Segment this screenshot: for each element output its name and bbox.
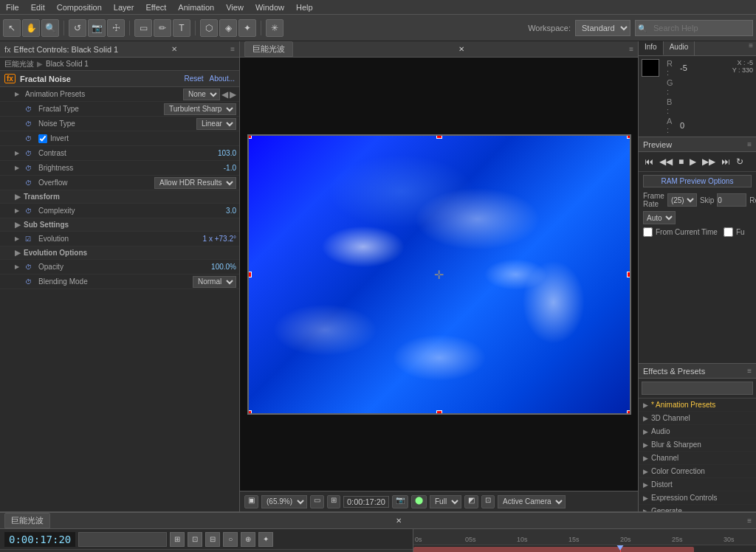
fractal-type-select[interactable]: Turbulent Sharp [164, 103, 236, 115]
menu-edit[interactable]: Edit [25, 1, 51, 13]
playhead[interactable] [620, 545, 621, 552]
handle-bottom-right[interactable] [627, 410, 631, 415]
effects-item-3[interactable]: ▶Blur & Sharpen [639, 438, 756, 452]
preset-prev-btn[interactable]: ◀ [221, 89, 228, 100]
comp-footer-camera[interactable]: 📷 [392, 495, 408, 508]
comp-tab[interactable]: 巨能光波 [244, 41, 293, 57]
btn-last-frame[interactable]: ⏭ [720, 155, 732, 168]
comp-timecode[interactable]: 0:00:17:20 [343, 496, 389, 508]
invert-checkbox[interactable] [38, 134, 47, 143]
tool-arrow[interactable]: ↖ [3, 19, 21, 37]
overflow-select[interactable]: Allow HDR Results [154, 177, 236, 189]
comp-footer-snapshot[interactable]: ▣ [244, 495, 258, 508]
tool-zoom[interactable]: 🔍 [41, 19, 59, 37]
comp-footer-wire[interactable]: ⊡ [481, 495, 495, 508]
handle-bottom-left[interactable] [247, 410, 252, 415]
menu-view[interactable]: View [220, 1, 250, 13]
handle-mid-left[interactable] [247, 272, 252, 277]
comp-footer-color[interactable]: ⬤ [411, 495, 427, 508]
handle-mid-right[interactable] [627, 272, 631, 277]
evolution-value[interactable]: 1 x +73.2° [203, 235, 236, 243]
animation-presets-select[interactable]: None [183, 89, 220, 100]
contrast-value[interactable]: 103.0 [218, 149, 236, 157]
effects-search-input[interactable] [642, 382, 753, 395]
composition-viewport[interactable]: ✛ [240, 58, 638, 491]
comp-footer-mask[interactable]: ◩ [464, 495, 478, 508]
comp-menu-btn[interactable]: ≡ [629, 45, 633, 53]
handle-top-left[interactable] [247, 134, 252, 139]
tool-clone[interactable]: ⬡ [200, 19, 218, 37]
btn-play[interactable]: ▶ [688, 155, 698, 168]
complexity-value[interactable]: 3.0 [226, 207, 236, 215]
frame-rate-select[interactable]: (25) [667, 193, 697, 207]
btn-stop[interactable]: ■ [677, 155, 685, 168]
tab-audio[interactable]: Audio [664, 41, 695, 55]
tab-info[interactable]: Info [639, 41, 664, 55]
effects-item-0[interactable]: ▶* Animation Presets [639, 399, 756, 412]
zoom-select[interactable]: (65.9%) [261, 495, 307, 508]
contrast-arrow[interactable]: ▶ [15, 150, 22, 156]
menu-animation[interactable]: Animation [172, 1, 220, 13]
effects-item-2[interactable]: ▶Audio [639, 425, 756, 438]
track-area[interactable] [413, 545, 756, 552]
menu-composition[interactable]: Composition [51, 1, 108, 13]
effects-item-4[interactable]: ▶Channel [639, 452, 756, 465]
ram-preview-btn[interactable]: RAM Preview Options [643, 175, 752, 187]
quality-select[interactable]: Full [430, 495, 461, 508]
comp-footer-transparency[interactable]: ⊞ [327, 495, 340, 508]
effects-item-7[interactable]: ▶Expression Controls [639, 491, 756, 505]
effects-item-1[interactable]: ▶3D Channel [639, 412, 756, 425]
track-bar-1[interactable] [413, 547, 694, 552]
menu-window[interactable]: Window [250, 1, 290, 13]
handle-top-mid[interactable] [436, 134, 442, 139]
skip-input[interactable] [717, 193, 746, 207]
evolution-options-section[interactable]: ▶ Evolution Options [0, 246, 239, 260]
panel-close-btn[interactable]: ✕ [171, 45, 177, 53]
resolution-select[interactable]: Auto [643, 211, 676, 224]
workspace-select[interactable]: Standard [575, 20, 630, 36]
preview-menu-btn[interactable]: ≡ [747, 140, 752, 148]
tool-extra[interactable]: ✳ [266, 19, 284, 37]
handle-bottom-mid[interactable] [436, 410, 442, 415]
btn-first-frame[interactable]: ⏮ [643, 155, 655, 168]
menu-effect[interactable]: Effect [140, 1, 172, 13]
effects-item-5[interactable]: ▶Color Correction [639, 465, 756, 478]
timeline-search[interactable] [78, 532, 167, 547]
tl-btn-3[interactable]: ⊟ [205, 532, 220, 547]
from-current-checkbox[interactable] [643, 227, 653, 237]
tool-eraser[interactable]: ◈ [219, 19, 237, 37]
effects-item-8[interactable]: ▶Generate [639, 505, 756, 511]
tool-pen[interactable]: ✏ [154, 19, 171, 37]
comp-close-btn[interactable]: ✕ [458, 45, 464, 53]
brightness-arrow[interactable]: ▶ [15, 165, 22, 171]
opacity-value[interactable]: 100.0% [211, 263, 236, 271]
menu-help[interactable]: Help [290, 1, 319, 13]
menu-layer[interactable]: Layer [108, 1, 140, 13]
tl-btn-1[interactable]: ⊞ [170, 532, 185, 547]
camera-select[interactable]: Active Camera [498, 495, 566, 508]
opacity-arrow[interactable]: ▶ [15, 263, 22, 270]
tool-camera[interactable]: 📷 [88, 19, 106, 37]
sub-settings-section[interactable]: ▶ Sub Settings [0, 218, 239, 232]
transform-section[interactable]: ▶ Transform [0, 190, 239, 204]
noise-type-select[interactable]: Linear [196, 118, 236, 130]
panel-menu-btn[interactable]: ≡ [230, 45, 235, 53]
effect-header[interactable]: fx Fractal Noise Reset About... [0, 71, 239, 87]
btn-next-frame[interactable]: ▶▶ [701, 155, 717, 168]
tool-puppet[interactable]: ✦ [238, 19, 256, 37]
timeline-close-btn[interactable]: ✕ [396, 517, 402, 525]
menu-file[interactable]: File [0, 1, 25, 13]
effects-item-6[interactable]: ▶Distort [639, 478, 756, 491]
info-menu-btn[interactable]: ≡ [749, 41, 756, 55]
timeline-tab[interactable]: 巨能光波 [4, 513, 50, 528]
brightness-value[interactable]: -1.0 [224, 164, 236, 172]
search-input[interactable] [635, 20, 753, 36]
effect-about-btn[interactable]: About... [210, 75, 235, 83]
tl-btn-5[interactable]: ⊕ [241, 532, 255, 547]
effects-menu-btn[interactable]: ≡ [747, 367, 752, 375]
tool-text[interactable]: T [173, 19, 190, 37]
preset-next-btn[interactable]: ▶ [230, 89, 236, 100]
btn-loop[interactable]: ↻ [735, 155, 745, 168]
tl-btn-2[interactable]: ⊡ [188, 532, 202, 547]
tool-pan[interactable]: ☩ [107, 19, 125, 37]
